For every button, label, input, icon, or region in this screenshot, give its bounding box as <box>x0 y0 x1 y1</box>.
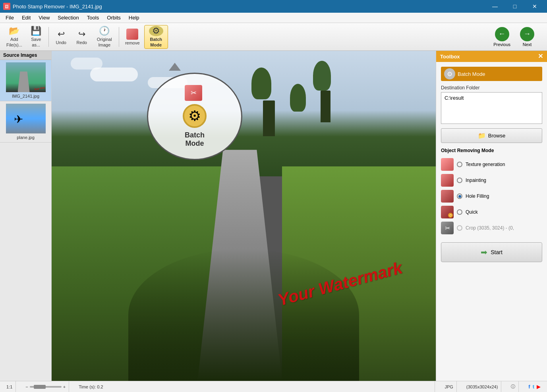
plane-icon: ✈ <box>14 113 23 126</box>
source-filename-img2141: IMG_2141.jpg <box>12 94 39 98</box>
batch-mode-label: Batch Mode <box>150 37 162 47</box>
removing-mode-title: Object Removing Mode <box>441 148 542 153</box>
statusbar-info[interactable]: ⓘ <box>508 381 519 392</box>
zoom-slider-thumb[interactable] <box>34 385 46 389</box>
toolbox-section-label: Batch Mode <box>458 71 485 77</box>
twitter-icon[interactable]: t <box>533 384 534 390</box>
save-as-icon: 💾 <box>31 26 41 36</box>
toolbar-separator-1 <box>48 27 49 47</box>
close-button[interactable]: ✕ <box>526 0 544 13</box>
maximize-button[interactable]: □ <box>506 0 524 13</box>
redo-icon: ↪ <box>78 29 85 39</box>
toolbar-separator-2 <box>119 27 119 47</box>
statusbar-zoom-slider[interactable]: − + <box>22 381 69 392</box>
source-panel: Source Images Your Wm IMG_2141.jpg ✈ pla… <box>0 51 52 381</box>
mode-option-texture[interactable]: Texture generation <box>441 156 542 172</box>
redo-button[interactable]: ↪ Redo <box>72 25 92 49</box>
toolbox-close-button[interactable]: ✕ <box>538 53 543 60</box>
youtube-icon[interactable]: ▶ <box>537 384 541 390</box>
format-label: JPG <box>445 384 453 389</box>
source-thumb-plane: ✈ <box>6 104 46 133</box>
browse-button[interactable]: 📁 Browse <box>441 128 542 143</box>
texture-mode-icon <box>441 158 454 171</box>
menu-selection[interactable]: Selection <box>54 13 83 23</box>
source-item-img2141[interactable]: Your Wm IMG_2141.jpg <box>0 60 51 101</box>
facebook-icon[interactable]: f <box>528 384 530 390</box>
hole-filling-radio[interactable] <box>457 193 462 199</box>
source-filename-plane: plane.jpg <box>17 135 35 140</box>
texture-radio[interactable] <box>457 162 462 167</box>
nav-buttons: ← Previous → Next <box>490 25 544 48</box>
mode-option-crop[interactable]: ✂ Crop (3035, 3024) - (0, <box>441 220 542 236</box>
undo-button[interactable]: ↩ Undo <box>51 25 71 49</box>
statusbar: 1:1 − + Time (s): 0.2 JPG (3035x3024x24)… <box>0 381 547 392</box>
time-label: Time (s): 0.2 <box>79 384 103 389</box>
quick-radio[interactable] <box>457 209 462 215</box>
titlebar-left: 🖼 Photo Stamp Remover - IMG_2141.jpg <box>3 3 102 10</box>
batch-mode-button[interactable]: ⚙ Batch Mode <box>144 25 168 49</box>
minimize-button[interactable]: — <box>486 0 504 13</box>
next-icon: → <box>520 27 534 41</box>
toolbar: 📂 Add File(s)... 💾 Save as... ↩ Undo ↪ R… <box>0 23 547 51</box>
save-as-button[interactable]: 💾 Save as... <box>26 25 46 49</box>
statusbar-zoom: 1:1 <box>3 381 16 392</box>
start-button[interactable]: ➡ Start <box>441 242 542 262</box>
main-content: Source Images Your Wm IMG_2141.jpg ✈ pla… <box>0 51 547 381</box>
previous-label: Previous <box>493 42 510 47</box>
titlebar-controls: — □ ✕ <box>486 0 544 13</box>
app-icon: 🖼 <box>3 3 10 10</box>
crop-radio[interactable] <box>457 225 462 231</box>
save-as-label: Save as... <box>31 37 41 47</box>
previous-button[interactable]: ← Previous <box>490 25 514 48</box>
statusbar-format: JPG <box>441 381 456 392</box>
menubar: File Edit View Selection Tools Orbits He… <box>0 13 547 23</box>
hole-filling-mode-label: Hole Filling <box>466 193 489 199</box>
info-icon: ⓘ <box>511 384 515 390</box>
start-label: Start <box>491 249 503 255</box>
inpainting-radio[interactable] <box>457 178 462 183</box>
statusbar-social: f t ▶ <box>525 381 544 392</box>
hole-filling-mode-icon <box>441 190 454 203</box>
browse-folder-icon: 📁 <box>478 132 486 139</box>
mode-option-hole-filling[interactable]: Hole Filling <box>441 188 542 204</box>
zoom-in-icon[interactable]: + <box>63 384 66 389</box>
original-image-icon: 🕐 <box>99 26 110 36</box>
statusbar-dimensions: (3035x3024x24) <box>463 381 502 392</box>
source-thumb-img2141: Your Wm <box>6 62 46 92</box>
toolbox-section-title: ⚙ Batch Mode <box>441 67 542 81</box>
menu-tools[interactable]: Tools <box>83 13 103 23</box>
remove-label: remove <box>125 41 140 45</box>
window-title: Photo Stamp Remover - IMG_2141.jpg <box>13 4 102 10</box>
source-item-plane[interactable]: ✈ plane.jpg <box>0 101 51 143</box>
undo-label: Undo <box>56 40 66 45</box>
batch-mode-icon: ⚙ <box>149 26 163 36</box>
remove-button[interactable]: remove <box>122 25 143 49</box>
menu-view[interactable]: View <box>35 13 54 23</box>
menu-help[interactable]: Help <box>125 13 143 23</box>
previous-icon: ← <box>495 27 509 41</box>
source-panel-title: Source Images <box>0 51 51 60</box>
next-button[interactable]: → Next <box>517 25 537 48</box>
canvas-area[interactable]: Your Watermark ✂ ⚙ Batch <box>52 51 436 381</box>
menu-edit[interactable]: Edit <box>18 13 35 23</box>
toolbox-panel: Toolbox ✕ ⚙ Batch Mode Destination Folde… <box>436 51 547 381</box>
add-files-icon: 📂 <box>9 26 19 36</box>
inpainting-mode-icon <box>441 174 454 187</box>
original-image-button[interactable]: 🕐 Original Image <box>93 25 116 49</box>
mode-option-quick[interactable]: ⏱ Quick <box>441 204 542 220</box>
toolbox-header: Toolbox ✕ <box>436 51 547 62</box>
add-files-button[interactable]: 📂 Add File(s)... <box>3 25 25 49</box>
inpainting-mode-label: Inpainting <box>466 178 486 183</box>
original-image-label: Original Image <box>97 37 112 47</box>
quick-mode-label: Quick <box>466 209 478 215</box>
mode-option-inpainting[interactable]: Inpainting <box>441 172 542 188</box>
zoom-out-icon[interactable]: − <box>25 384 28 389</box>
start-arrow-icon: ➡ <box>481 247 487 257</box>
destination-folder-input[interactable] <box>441 92 542 124</box>
titlebar: 🖼 Photo Stamp Remover - IMG_2141.jpg — □… <box>0 0 547 13</box>
destination-folder-label: Destination Folder <box>441 85 542 91</box>
menu-orbits[interactable]: Orbits <box>103 13 125 23</box>
menu-file[interactable]: File <box>2 13 18 23</box>
crop-mode-icon: ✂ <box>441 222 454 234</box>
browse-label: Browse <box>488 133 505 139</box>
